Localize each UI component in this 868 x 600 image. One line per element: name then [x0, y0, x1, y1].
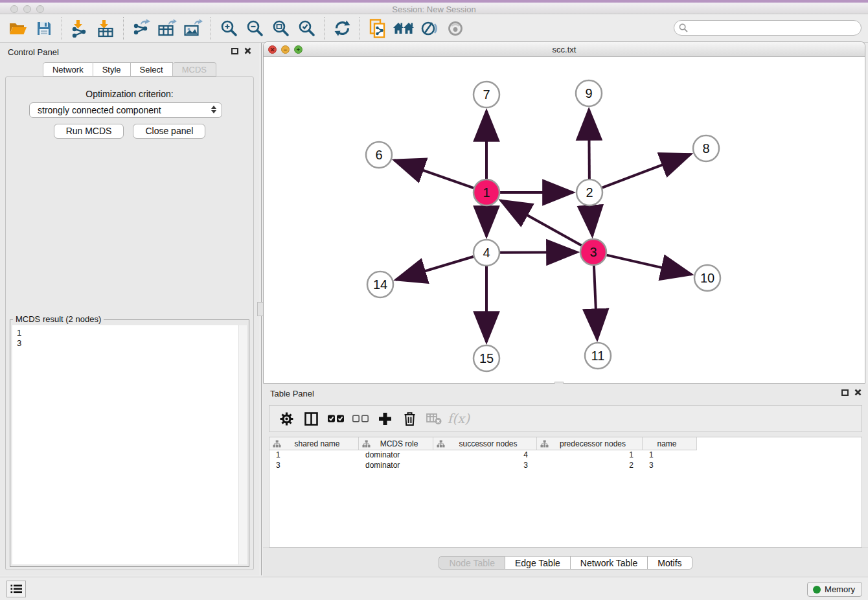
column-header-shared-name[interactable]: shared name [269, 437, 359, 450]
node-label-9: 9 [585, 86, 592, 100]
tab-select[interactable]: Select [131, 62, 173, 76]
mcds-result-textarea[interactable]: 1 3 [12, 325, 247, 564]
tree-icon [273, 440, 281, 448]
tab-mcds[interactable]: MCDS [173, 62, 216, 76]
memory-button[interactable]: Memory [807, 582, 862, 597]
column-header-name[interactable]: name [643, 437, 697, 450]
dropdown-stepper-icon [211, 106, 216, 113]
float-panel-icon[interactable] [231, 48, 238, 54]
cell-successor-nodes[interactable]: 4 [433, 450, 537, 461]
tree-icon [437, 440, 445, 448]
edge-4-3[interactable] [500, 252, 577, 253]
edge-3-1[interactable] [501, 200, 582, 246]
network-export-icon[interactable] [128, 17, 154, 40]
delete-table-icon[interactable] [424, 408, 444, 429]
list-icon [10, 584, 22, 594]
zoom-out-icon[interactable] [242, 17, 268, 40]
column-header-predecessor-nodes[interactable]: predecessor nodes [537, 437, 643, 450]
edge-2-9[interactable] [589, 110, 589, 179]
cell-name[interactable]: 1 [643, 450, 697, 461]
criterion-value: strongly connected component [38, 105, 161, 115]
edge-2-3[interactable] [590, 206, 592, 236]
image-export-icon[interactable] [180, 17, 206, 40]
table-row[interactable]: 1 dominator 4 1 1 [269, 450, 862, 461]
cell-shared-name[interactable]: 3 [269, 461, 359, 471]
result-line: 1 [17, 328, 247, 338]
column-header-mcds-role[interactable]: MCDS role [359, 437, 433, 450]
node-table-header: shared name MCDS role successor nodes pr… [269, 437, 862, 450]
main-toolbar [0, 14, 868, 43]
network-graph: 1234678910111415 [264, 57, 865, 384]
duplicate-network-icon[interactable] [365, 17, 391, 40]
node-label-14: 14 [373, 277, 387, 292]
table-tab-strip: Node Table Edge Table Network Table Moti… [263, 548, 868, 577]
add-column-icon[interactable] [374, 408, 395, 429]
run-mcds-button[interactable]: Run MCDS [54, 124, 124, 139]
cell-mcds-role[interactable]: dominator [359, 461, 433, 471]
criterion-dropdown[interactable]: strongly connected component [29, 102, 222, 118]
cell-predecessor-nodes[interactable]: 1 [537, 450, 643, 461]
tab-network[interactable]: Network [43, 62, 93, 76]
delete-column-icon[interactable] [399, 408, 420, 429]
table-row[interactable]: 3 dominator 3 2 3 [269, 461, 862, 471]
search-input[interactable] [691, 21, 861, 34]
split-columns-icon[interactable] [301, 408, 321, 429]
cell-successor-nodes[interactable]: 3 [433, 461, 537, 471]
network-window-titlebar[interactable]: ✕ − + scc.txt [264, 42, 865, 57]
close-panel-button[interactable]: Close panel [133, 124, 205, 139]
tab-motifs[interactable]: Motifs [648, 556, 692, 570]
toolbar-separator [324, 17, 325, 40]
edge-2-8[interactable] [602, 154, 691, 188]
float-table-panel-icon[interactable] [841, 389, 849, 396]
edge-1-6[interactable] [394, 160, 474, 188]
eye-slash-icon[interactable] [417, 17, 442, 40]
cell-name[interactable]: 3 [643, 461, 697, 471]
zoom-fit-icon[interactable] [268, 17, 293, 40]
edge-4-14[interactable] [396, 257, 474, 280]
tab-network-table[interactable]: Network Table [571, 556, 648, 570]
cell-predecessor-nodes[interactable]: 2 [537, 461, 643, 471]
table-import-icon[interactable] [93, 17, 119, 40]
node-label-2: 2 [586, 185, 593, 200]
control-panel-header: Control Panel [0, 43, 259, 61]
network-import-icon[interactable] [67, 17, 93, 40]
eye-icon[interactable] [442, 17, 468, 40]
close-panel-icon[interactable] [244, 47, 251, 54]
select-all-icon[interactable] [325, 408, 346, 429]
zoom-in-icon[interactable] [216, 17, 242, 40]
close-table-panel-icon[interactable] [854, 389, 862, 396]
control-panel: Control Panel Network Style Select MCDS … [0, 43, 259, 575]
zoom-selected-icon[interactable] [293, 17, 319, 40]
tab-node-table[interactable]: Node Table [439, 556, 505, 570]
table-export-icon[interactable] [154, 17, 180, 40]
node-label-1: 1 [483, 185, 490, 200]
toolbar-separator [360, 17, 360, 40]
edge-3-10[interactable] [606, 255, 691, 275]
network-canvas[interactable]: 1234678910111415 [264, 57, 865, 383]
network-view-window: ✕ − + scc.txt 1234678910111415 [263, 41, 865, 384]
gear-icon[interactable] [276, 408, 297, 429]
node-label-10: 10 [700, 271, 714, 285]
tab-edge-table[interactable]: Edge Table [505, 556, 571, 570]
node-label-8: 8 [702, 141, 709, 156]
refresh-icon[interactable] [329, 17, 355, 40]
column-header-successor-nodes[interactable]: successor nodes [433, 437, 537, 450]
status-bar: Memory [0, 577, 868, 600]
open-folder-icon[interactable] [5, 17, 31, 40]
houses-icon[interactable] [391, 17, 417, 40]
task-history-button[interactable] [6, 581, 26, 597]
function-builder-icon[interactable]: f(x) [448, 408, 469, 429]
cell-mcds-role[interactable]: dominator [359, 450, 433, 461]
tab-style[interactable]: Style [93, 62, 131, 76]
toolbar-separator [62, 17, 62, 40]
toolbar-separator [211, 17, 211, 40]
result-scrollbar[interactable] [238, 325, 247, 564]
cell-shared-name[interactable]: 1 [269, 450, 359, 461]
deselect-all-icon[interactable] [350, 408, 371, 429]
edge-3-11[interactable] [594, 266, 597, 340]
mcds-result-legend: MCDS result (2 nodes) [13, 314, 104, 324]
search-box [674, 20, 862, 36]
save-icon[interactable] [31, 17, 57, 40]
node-label-15: 15 [479, 351, 494, 365]
node-label-7: 7 [483, 87, 490, 102]
